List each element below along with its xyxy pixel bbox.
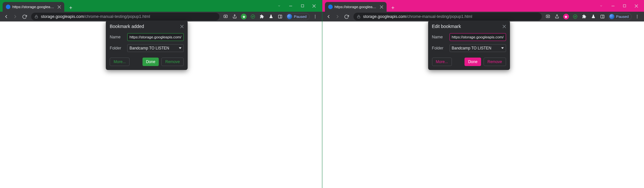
svg-point-35 [637,16,638,17]
window-minimize-icon[interactable] [288,3,294,9]
popup-title: Edit bookmark [432,24,461,29]
window-close-icon[interactable] [633,3,639,9]
name-input-wrap [127,33,184,41]
url-host: storage.googleapis.com [363,14,406,19]
profile-paused-button[interactable]: Paused [608,13,632,20]
window-controls [276,0,322,12]
folder-label: Folder [110,46,124,50]
window-maximize-icon[interactable] [299,3,306,9]
svg-rect-23 [623,5,626,7]
more-button[interactable]: More... [432,58,452,66]
window-controls [598,0,644,12]
svg-rect-26 [357,17,360,18]
tab-close-icon[interactable] [380,5,383,9]
svg-rect-3 [301,5,304,7]
toolbar-actions: Paused [222,13,318,20]
install-pwa-icon[interactable] [222,13,229,20]
popup-close-icon[interactable] [502,25,506,28]
url-text: storage.googleapis.com/chrome-manual-tes… [41,14,150,19]
nav-reload-button[interactable] [342,12,351,21]
bookmark-star-icon[interactable] [563,13,570,20]
avatar-icon [287,14,292,19]
paused-label: Paused [616,15,629,19]
omnibox[interactable]: storage.googleapis.com/chrome-manual-tes… [353,13,542,20]
extensions-puzzle-icon[interactable] [258,13,266,20]
omnibox[interactable]: storage.googleapis.com/chrome-manual-tes… [31,13,219,20]
svg-point-15 [315,16,315,17]
new-tab-button[interactable]: + [67,4,75,12]
svg-point-34 [637,15,638,16]
nav-back-button[interactable] [324,12,333,21]
url-text: storage.googleapis.com/chrome-manual-tes… [363,14,472,19]
tab-close-icon[interactable] [57,5,61,9]
extensions-puzzle-icon[interactable] [581,13,588,20]
window-titlebar: https://storage.googleapis.com/c + [322,0,644,12]
favicon-icon [6,5,10,9]
tab-search-icon[interactable] [276,3,282,9]
name-input[interactable] [452,35,504,39]
chevron-down-icon [179,47,181,49]
folder-label: Folder [432,46,446,50]
popup-title: Bookmark added [110,24,144,29]
labs-flask-icon[interactable] [267,13,275,20]
side-panel-icon[interactable] [599,13,606,20]
svg-rect-32 [601,15,604,18]
window-titlebar: https://storage.googleapis.com/c + [0,0,322,12]
chevron-down-icon [501,47,504,49]
folder-select[interactable]: Bandcamp TO LISTEN [450,44,506,52]
bookmark-popup: Bookmark added Name Folder Bandcamp TO L… [106,20,188,70]
name-input[interactable] [130,35,181,39]
labs-flask-icon[interactable] [590,13,597,20]
name-label: Name [110,35,124,39]
bookmark-popup: Edit bookmark Name Folder Bandcamp TO LI… [428,20,510,70]
tab-title: https://storage.googleapis.com/c [335,5,378,9]
nav-back-button[interactable] [2,12,10,21]
extension-check-icon[interactable] [572,13,579,20]
popup-close-icon[interactable] [180,25,184,28]
bookmark-star-icon[interactable] [240,13,247,20]
svg-point-36 [637,18,638,18]
name-label: Name [432,35,446,39]
install-pwa-icon[interactable] [544,13,551,20]
new-tab-button[interactable]: + [389,4,397,12]
address-bar: storage.googleapis.com/chrome-manual-tes… [0,12,322,21]
remove-button[interactable]: Remove [161,58,184,66]
tab-title: https://storage.googleapis.com/c [12,5,56,9]
paused-label: Paused [294,15,306,19]
more-button[interactable]: More... [110,58,130,66]
tab-search-icon[interactable] [598,3,604,9]
profile-paused-button[interactable]: Paused [286,13,309,20]
browser-tab[interactable]: https://storage.googleapis.com/c [325,2,387,12]
browser-tab[interactable]: https://storage.googleapis.com/c [3,2,64,12]
name-input-wrap [450,33,506,41]
svg-marker-30 [564,15,567,18]
folder-value: Bandcamp TO LISTEN [452,46,491,50]
svg-marker-10 [242,15,245,18]
share-icon[interactable] [231,13,238,20]
url-host: storage.googleapis.com [41,14,84,19]
nav-forward-button[interactable] [11,12,19,21]
toolbar-actions: Paused [544,13,641,20]
svg-point-14 [315,15,315,16]
svg-rect-6 [35,17,38,18]
window-close-icon[interactable] [311,3,317,9]
window-maximize-icon[interactable] [621,3,628,9]
app-menu-icon[interactable] [312,13,319,20]
share-icon[interactable] [553,13,561,20]
lock-icon [34,15,38,19]
address-bar: storage.googleapis.com/chrome-manual-tes… [322,12,644,21]
done-button[interactable]: Done [142,58,159,66]
window-minimize-icon[interactable] [610,3,616,9]
extension-check-icon[interactable] [249,13,256,20]
nav-reload-button[interactable] [20,12,29,21]
remove-button[interactable]: Remove [484,58,506,66]
nav-forward-button[interactable] [333,12,342,21]
svg-marker-39 [501,47,504,49]
folder-value: Bandcamp TO LISTEN [130,46,169,50]
svg-point-16 [315,18,315,18]
app-menu-icon[interactable] [634,13,641,20]
side-panel-icon[interactable] [277,13,284,20]
done-button[interactable]: Done [464,58,481,66]
favicon-icon [328,5,333,9]
folder-select[interactable]: Bandcamp TO LISTEN [127,44,184,52]
